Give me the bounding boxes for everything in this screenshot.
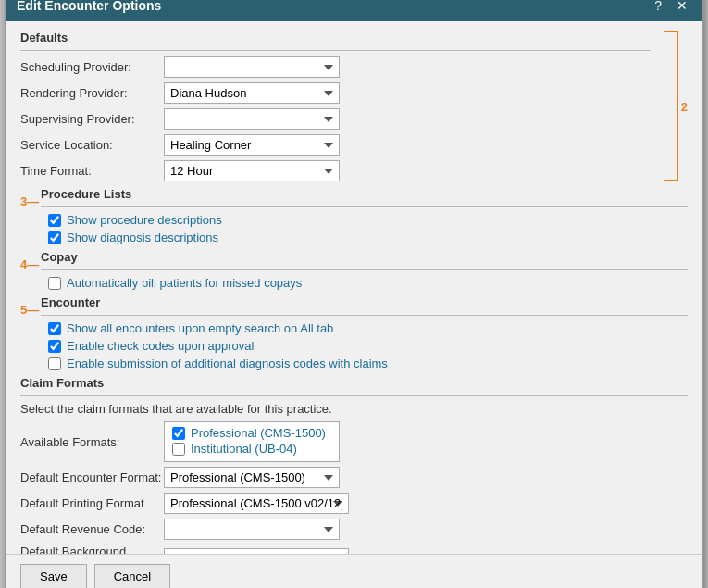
show-all-encounters-checkbox[interactable]	[48, 322, 61, 335]
institutional-ub-checkbox[interactable]	[172, 443, 185, 456]
service-location-label: Service Location:	[20, 138, 164, 152]
claim-formats-header: Claim Formats	[20, 376, 688, 390]
default-printing-format-label: Default Printing Format	[20, 496, 164, 510]
show-diagnosis-desc-checkbox[interactable]	[48, 231, 61, 244]
close-button[interactable]: ✕	[673, 0, 691, 14]
claim-formats-info: Select the claim formats that are availa…	[20, 402, 688, 416]
available-formats-box: Professional (CMS-1500) Institutional (U…	[164, 421, 340, 462]
encounter-header: Encounter	[41, 295, 688, 309]
institutional-ub-label[interactable]: Institutional (UB-04)	[191, 442, 297, 456]
procedure-lists-divider	[41, 206, 688, 207]
show-all-encounters-row: Show all encounters upon empty search on…	[41, 321, 688, 335]
default-background-printing-select[interactable]: Print without claim background	[164, 548, 349, 555]
save-button[interactable]: Save	[20, 564, 87, 588]
procedure-lists-bracket-num: 3—	[20, 194, 39, 208]
show-diagnosis-desc-label[interactable]: Show diagnosis descriptions	[67, 231, 218, 244]
enable-check-codes-checkbox[interactable]	[48, 340, 61, 353]
copay-header: Copay	[41, 250, 688, 264]
title-bar-controls: ? ✕	[651, 0, 691, 14]
show-all-encounters-label[interactable]: Show all encounters upon empty search on…	[67, 321, 333, 335]
service-location-select[interactable]: Healing Corner	[164, 134, 340, 156]
encounter-title: Encounter	[41, 295, 100, 309]
show-procedure-desc-row: Show procedure descriptions	[41, 213, 688, 227]
encounter-bracket-num: 5—	[20, 303, 39, 317]
scheduling-provider-select[interactable]	[164, 56, 340, 78]
default-encounter-format-select[interactable]: Professional (CMS-1500)	[164, 467, 340, 488]
copay-title: Copay	[41, 250, 78, 264]
help-button[interactable]: ?	[651, 0, 665, 14]
auto-bill-row: Automatically bill patients for missed c…	[41, 276, 688, 290]
default-printing-format-select[interactable]: Professional (CMS-1500 v02/12)	[164, 493, 349, 514]
institutional-ub-row: Institutional (UB-04)	[172, 442, 331, 456]
scheduling-provider-row: Scheduling Provider:	[20, 56, 651, 78]
time-format-row: Time Format: 12 Hour	[20, 160, 651, 181]
copay-bracket-num: 4—	[20, 257, 39, 271]
default-background-printing-row: Default Background Printing Print withou…	[20, 544, 688, 554]
available-formats-label: Available Formats:	[20, 435, 164, 449]
supervising-provider-select[interactable]	[164, 108, 340, 130]
professional-cms-row: Professional (CMS-1500)	[172, 426, 331, 440]
defaults-bracket	[664, 31, 678, 181]
procedure-lists-title: Procedure Lists	[41, 187, 131, 201]
professional-cms-checkbox[interactable]	[172, 427, 185, 440]
encounter-section: 5— Encounter Show all encounters upon em…	[20, 295, 688, 370]
time-format-label: Time Format:	[20, 164, 164, 178]
edit-encounter-options-dialog: Edit Encounter Options ? ✕ Defaults Sche…	[5, 0, 703, 588]
professional-cms-label[interactable]: Professional (CMS-1500)	[191, 426, 326, 440]
procedure-lists-section: 3— Procedure Lists Show procedure descri…	[20, 187, 688, 244]
default-encounter-format-label: Default Encounter Format:	[20, 470, 164, 484]
default-revenue-code-row: Default Revenue Code:	[20, 519, 688, 540]
dialog-title: Edit Encounter Options	[17, 0, 161, 13]
defaults-divider	[20, 50, 651, 51]
defaults-header: Defaults	[20, 31, 651, 44]
auto-bill-label[interactable]: Automatically bill patients for missed c…	[67, 276, 302, 290]
procedure-lists-header: Procedure Lists	[41, 187, 688, 201]
claim-formats-section: Claim Formats Select the claim formats t…	[20, 376, 688, 554]
default-encounter-format-row: Default Encounter Format: Professional (…	[20, 467, 688, 488]
rendering-provider-select[interactable]: Diana Hudson	[164, 82, 340, 104]
scheduling-provider-label: Scheduling Provider:	[20, 60, 164, 74]
enable-check-codes-row: Enable check codes upon approval	[41, 339, 688, 353]
dialog-body: Defaults Scheduling Provider: Rendering …	[6, 21, 702, 554]
show-diagnosis-desc-row: Show diagnosis descriptions	[41, 231, 688, 244]
copay-section: 4— Copay Automatically bill patients for…	[20, 250, 688, 290]
defaults-bracket-label: 2	[681, 99, 688, 113]
copay-divider	[41, 269, 688, 270]
enable-submission-row: Enable submission of additional diagnosi…	[41, 357, 688, 370]
show-procedure-desc-checkbox[interactable]	[48, 214, 61, 227]
default-printing-format-row: Default Printing Format Professional (CM…	[20, 493, 688, 514]
claim-formats-divider	[20, 395, 688, 396]
service-location-row: Service Location: Healing Corner	[20, 134, 651, 156]
defaults-section: Defaults Scheduling Provider: Rendering …	[20, 31, 688, 181]
enable-submission-label[interactable]: Enable submission of additional diagnosi…	[67, 357, 388, 370]
dialog-footer: Save Cancel	[6, 554, 702, 588]
title-bar: Edit Encounter Options ? ✕	[6, 0, 702, 21]
defaults-title: Defaults	[20, 31, 68, 44]
rendering-provider-row: Rendering Provider: Diana Hudson	[20, 82, 651, 104]
enable-submission-checkbox[interactable]	[48, 357, 61, 370]
default-background-printing-label: Default Background Printing	[20, 544, 164, 554]
rendering-provider-label: Rendering Provider:	[20, 86, 164, 100]
default-revenue-code-select[interactable]	[164, 519, 340, 540]
show-procedure-desc-label[interactable]: Show procedure descriptions	[67, 213, 222, 227]
encounter-divider	[41, 315, 688, 316]
claim-formats-title: Claim Formats	[20, 376, 104, 390]
cancel-button[interactable]: Cancel	[94, 564, 170, 588]
supervising-provider-row: Supervising Provider:	[20, 108, 651, 130]
auto-bill-checkbox[interactable]	[48, 277, 61, 290]
time-format-select[interactable]: 12 Hour	[164, 160, 340, 181]
supervising-provider-label: Supervising Provider:	[20, 112, 164, 126]
default-revenue-code-label: Default Revenue Code:	[20, 522, 164, 536]
available-formats-row: Available Formats: Professional (CMS-150…	[20, 421, 688, 462]
enable-check-codes-label[interactable]: Enable check codes upon approval	[67, 339, 254, 353]
